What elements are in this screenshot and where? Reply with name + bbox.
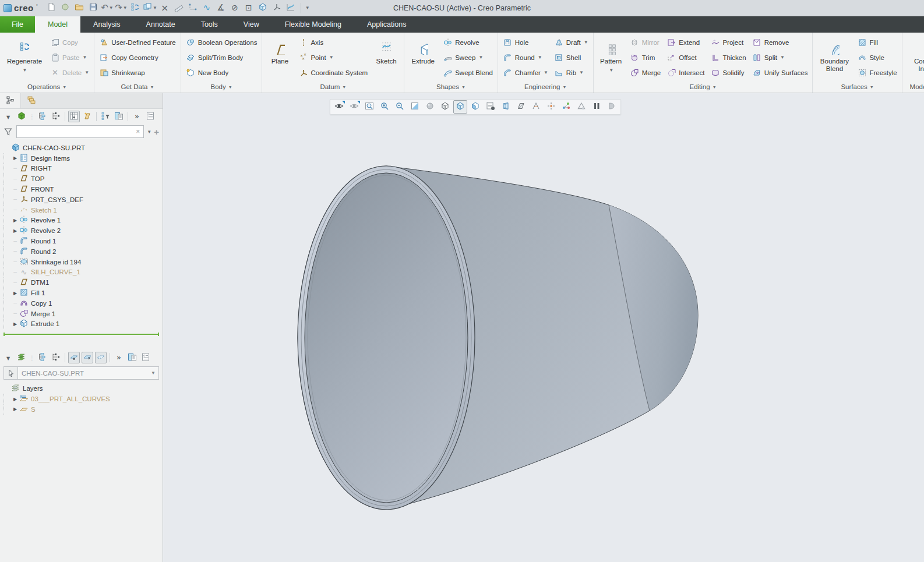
split-button[interactable]: Split▼	[750, 50, 810, 65]
tree-item-right[interactable]: ─ RIGHT	[3, 164, 163, 174]
boolean-operations-button[interactable]: Boolean Operations	[184, 35, 260, 50]
tree-item-extrude-1[interactable]: ▶ Extrude 1	[3, 319, 163, 330]
zoom-out-button[interactable]	[393, 100, 407, 114]
shell-button[interactable]: Shell	[552, 50, 591, 65]
regenerate-button[interactable]: Regenerate▼	[2, 36, 47, 80]
clear-search-icon[interactable]: ×	[135, 128, 141, 136]
tree-search-input[interactable]	[19, 128, 135, 135]
tree-item-prt-csys-def[interactable]: ─ PRT_CSYS_DEF	[3, 195, 163, 205]
open-button[interactable]	[73, 2, 86, 15]
group-label[interactable]: Datum▼	[262, 81, 404, 93]
active-model-dropdown-icon[interactable]: ▼	[148, 370, 158, 376]
expand-arrow-icon[interactable]: ▶	[12, 155, 19, 161]
tree-item-design-items[interactable]: ▶ Design Items	[3, 153, 163, 164]
freestyle-button[interactable]: Freestyle	[855, 65, 899, 80]
3d-model-canvas[interactable]	[163, 93, 924, 562]
measure-button[interactable]	[172, 2, 185, 15]
layer-options-button[interactable]	[140, 352, 151, 363]
shrinkwrap-button[interactable]: Shrinkwrap	[97, 65, 178, 80]
material-button[interactable]	[59, 2, 72, 15]
expand-arrow-icon[interactable]: ▶	[12, 397, 19, 402]
tree-item-round-1[interactable]: ─ Round 1	[3, 236, 163, 246]
annotation-display-button[interactable]	[529, 100, 543, 114]
pattern-button[interactable]: Pattern▼	[596, 36, 626, 80]
new-body-button[interactable]: New Body	[184, 65, 260, 80]
repaint-button[interactable]	[408, 100, 422, 114]
thicken-button[interactable]: Thicken	[708, 50, 748, 65]
expand-all-button[interactable]	[37, 352, 48, 363]
tab-file[interactable]: File	[0, 16, 35, 33]
3d-model[interactable]	[298, 166, 698, 510]
boundary-blend-button[interactable]: BoundaryBlend	[815, 36, 854, 80]
intersect-button[interactable]: Intersect	[664, 65, 707, 80]
curve-analysis-button[interactable]: ∿	[200, 2, 213, 15]
coordinate-system-button[interactable]: Coordinate System	[296, 65, 370, 80]
group-label[interactable]: Body▼	[181, 81, 262, 93]
group-label[interactable]: Editing▼	[594, 81, 813, 93]
group-label[interactable]: Shapes▼	[404, 81, 498, 93]
saved-orientations-button[interactable]	[332, 100, 346, 114]
insert-here-indicator[interactable]	[3, 334, 159, 335]
copy-geometry-button[interactable]: Copy Geometry	[97, 50, 178, 65]
tree-item-top[interactable]: ─ TOP	[3, 174, 163, 184]
model-cube-button[interactable]	[16, 111, 27, 122]
hole-button[interactable]: Hole	[500, 35, 551, 50]
layer-list-button[interactable]	[126, 352, 138, 363]
sweep-button[interactable]: Sweep▼	[440, 50, 495, 65]
tab-flexible-modeling[interactable]: Flexible Modeling	[272, 16, 354, 33]
tree-item-revolve-1[interactable]: ▶ Revolve 1	[3, 215, 163, 226]
tree-item-front[interactable]: ─ FRONT	[3, 184, 163, 195]
tree-settings-button[interactable]	[113, 111, 125, 122]
tree-item-sketch-1[interactable]: ─ Sketch 1	[3, 205, 163, 215]
tree-item-shrinkage-id-194[interactable]: ─ Shrinkage id 194	[3, 257, 163, 267]
unify-surfaces-button[interactable]: Unify Surfaces	[750, 65, 810, 80]
tab-tools[interactable]: Tools	[188, 16, 231, 33]
group-label[interactable]: Operations▼	[0, 81, 94, 93]
tree-item-copy-1[interactable]: ─ Copy 1	[3, 298, 163, 309]
folder-browser-tab[interactable]	[21, 93, 42, 108]
tree-item-silh-curve-1[interactable]: ─ ∿SILH_CURVE_1	[3, 267, 163, 278]
expand-arrow-icon[interactable]: ▶	[12, 407, 19, 412]
remove-button[interactable]: Remove	[750, 35, 810, 50]
merge-button[interactable]: Merge	[627, 65, 664, 80]
mirror-button[interactable]: Mirror	[627, 35, 664, 50]
diameter-button[interactable]: ⊘	[228, 2, 241, 15]
new-file-button[interactable]	[45, 2, 58, 15]
expand-arrow-icon[interactable]: ▶	[12, 218, 19, 223]
layer-show-button[interactable]	[68, 352, 80, 363]
analysis-display-button[interactable]	[574, 100, 588, 114]
round-button[interactable]: Round▼	[500, 50, 551, 65]
expand-panel-arrow-button[interactable]: ▼	[2, 352, 14, 363]
project-button[interactable]: Project	[708, 35, 748, 50]
layers-green-button[interactable]	[16, 352, 27, 363]
save-button[interactable]	[87, 2, 100, 15]
fill-button[interactable]: Fill	[855, 35, 899, 50]
extend-button[interactable]: Extend	[664, 35, 707, 50]
axis-button[interactable]: Axis	[296, 35, 370, 50]
expand-panel-arrow-button[interactable]: ▼	[2, 111, 14, 122]
overflow-button[interactable]: »	[113, 352, 125, 363]
delete-button[interactable]: ✕Delete▼	[48, 65, 91, 80]
clip-button[interactable]	[605, 100, 619, 114]
tree-item-03-prt-all-curves[interactable]: ▶ 03___PRT_ALL_CURVES	[3, 394, 163, 404]
paste-button[interactable]: Paste▼	[48, 50, 91, 65]
view-manager-button[interactable]	[484, 100, 498, 114]
recent-orientations-button[interactable]	[347, 100, 361, 114]
rib-button[interactable]: Rib▼	[552, 65, 591, 80]
display-box-button[interactable]	[256, 2, 269, 15]
group-label[interactable]: Engineering▼	[498, 81, 593, 93]
draft-button[interactable]: Draft▼	[552, 35, 591, 50]
spin-center-button[interactable]	[544, 100, 558, 114]
collapse-all-button[interactable]	[50, 352, 62, 363]
tree-columns-button[interactable]	[68, 111, 80, 122]
close-window-button[interactable]: ×	[158, 2, 171, 15]
csys-display-button[interactable]	[270, 2, 283, 15]
angle-button[interactable]: ∡	[214, 2, 227, 15]
copy-button[interactable]: Copy	[48, 35, 91, 50]
tree-filters-button[interactable]	[100, 111, 111, 122]
feature-filter-button[interactable]	[82, 111, 93, 122]
measure-distance-button[interactable]	[186, 2, 199, 15]
point-button[interactable]: ✕✕✕Point▼	[296, 50, 370, 65]
group-label[interactable]: Model Intent▼	[902, 81, 924, 93]
expand-arrow-icon[interactable]: ▶	[12, 228, 19, 234]
